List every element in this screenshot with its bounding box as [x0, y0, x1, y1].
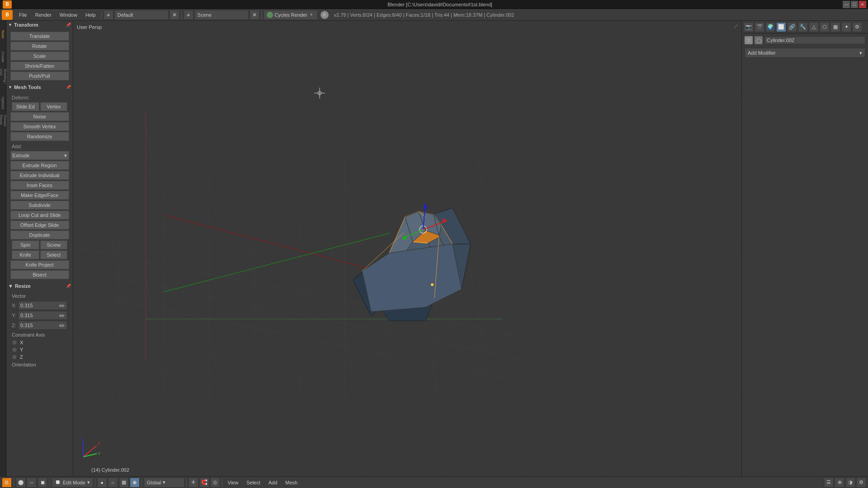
- workspace-close-icon[interactable]: ✕: [170, 10, 179, 20]
- constraint-z-dot[interactable]: [12, 354, 17, 360]
- bottom-add-menu[interactable]: Add: [265, 478, 281, 488]
- make-edge-face-button[interactable]: Make Edge/Face: [10, 191, 69, 200]
- constraint-y-dot[interactable]: [12, 347, 17, 352]
- scene-close-icon[interactable]: ✕: [250, 10, 259, 20]
- shading-uvs-tab[interactable]: Shading / UVs: [0, 69, 6, 91]
- particles-icon[interactable]: ✦: [841, 22, 851, 32]
- workspace-selector[interactable]: Default: [114, 10, 169, 20]
- viewport-3d[interactable]: User Persp: [73, 21, 741, 476]
- select-button[interactable]: Select: [40, 250, 68, 259]
- randomize-button[interactable]: Randomize: [10, 132, 69, 141]
- close-button[interactable]: ✕: [859, 1, 866, 8]
- overlay-icon[interactable]: ☰: [824, 478, 834, 488]
- window-controls[interactable]: — ☐ ✕: [843, 1, 866, 8]
- push-pull-button[interactable]: Push/Pull: [10, 71, 69, 80]
- material-icon[interactable]: ⬡: [820, 22, 830, 32]
- proportional-icon[interactable]: ◎: [210, 478, 220, 488]
- vertex-button[interactable]: Vertex: [40, 102, 68, 111]
- object-name-field[interactable]: [764, 36, 865, 44]
- vertex-mode-icon[interactable]: ⬤: [16, 478, 26, 488]
- z-value-field[interactable]: 0.315 ◀ ▶: [18, 321, 67, 330]
- extrude-dropdown[interactable]: Extrude ▾: [10, 151, 69, 160]
- render-shade-icon[interactable]: ◉: [130, 478, 140, 488]
- tools-tab[interactable]: Tools: [0, 23, 6, 45]
- loop-cut-slide-button[interactable]: Loop Cut and Slide: [10, 211, 69, 220]
- menu-file[interactable]: File: [15, 10, 31, 20]
- slide-ed-button[interactable]: Slide Ed: [12, 102, 39, 111]
- edit-mode-selector[interactable]: 🔲 Edit Mode ▾: [52, 478, 93, 488]
- resize-section-header[interactable]: ▼ Resize 📌: [6, 282, 73, 290]
- modifiers-icon[interactable]: 🔧: [798, 22, 808, 32]
- physics-icon[interactable]: ⚙: [852, 22, 862, 32]
- y-decrement[interactable]: ◀: [58, 313, 61, 318]
- mesh-tools-section-header[interactable]: ▼ Mesh Tools 📌: [6, 83, 73, 91]
- viewport-expand-icon[interactable]: ⤢: [733, 23, 739, 30]
- z-decrement[interactable]: ◀: [58, 323, 61, 328]
- wireframe-shade-icon[interactable]: ○: [108, 478, 118, 488]
- render-properties-icon[interactable]: 📷: [744, 22, 754, 32]
- minimize-button[interactable]: —: [843, 1, 850, 8]
- maximize-button[interactable]: ☐: [851, 1, 858, 8]
- offset-edge-slide-button[interactable]: Offset Edge Slide: [10, 221, 69, 230]
- resize-pin: 📌: [66, 284, 71, 288]
- solid-shade-icon[interactable]: ●: [97, 478, 107, 488]
- scale-button[interactable]: Scale: [10, 52, 69, 61]
- smooth-vertex-button[interactable]: Smooth Vertex: [10, 122, 69, 131]
- bottom-select-menu[interactable]: Select: [243, 478, 264, 488]
- shrink-fatten-button[interactable]: Shrink/Fatten: [10, 61, 69, 70]
- grease-pencil-tab[interactable]: Grease Pencil: [0, 115, 6, 137]
- window-title: Blender [C:\Users\david#Documents#1st.bl…: [14, 2, 865, 7]
- create-tab[interactable]: Create: [0, 46, 6, 68]
- menu-help[interactable]: Help: [82, 10, 99, 20]
- spin-button[interactable]: Spin: [12, 240, 39, 249]
- edge-mode-icon[interactable]: ─: [27, 478, 37, 488]
- add-modifier-arrow: ▾: [859, 50, 862, 56]
- bottom-mesh-menu[interactable]: Mesh: [282, 478, 301, 488]
- viewport-shading-icon[interactable]: ◑: [845, 478, 855, 488]
- extrude-region-button[interactable]: Extrude Region: [10, 161, 69, 170]
- texture-icon[interactable]: ▦: [830, 22, 840, 32]
- gizmo-icon[interactable]: ⊕: [835, 478, 844, 488]
- rotate-button[interactable]: Rotate: [10, 42, 69, 51]
- y-value-field[interactable]: 0.315 ◀ ▶: [18, 311, 67, 320]
- transform-orientation-selector[interactable]: Global ▾: [144, 478, 184, 488]
- bottom-view-menu[interactable]: View: [224, 478, 242, 488]
- world-properties-icon[interactable]: 🌍: [765, 22, 775, 32]
- options-tab[interactable]: Options: [0, 92, 6, 114]
- z-increment[interactable]: ▶: [62, 323, 65, 328]
- constraint-x-dot[interactable]: [12, 340, 17, 345]
- texture-shade-icon[interactable]: ▦: [119, 478, 129, 488]
- blender-bottom-logo[interactable]: B: [2, 478, 12, 488]
- knife-button[interactable]: Knife: [12, 250, 39, 259]
- extrude-individual-button[interactable]: Extrude Individual: [10, 171, 69, 180]
- scene-selector[interactable]: Scene: [194, 10, 249, 20]
- bisect-button[interactable]: Bisect: [10, 270, 69, 279]
- scene-add-icon[interactable]: +: [184, 10, 193, 20]
- face-mode-icon[interactable]: ◼: [38, 478, 47, 488]
- y-increment[interactable]: ▶: [62, 313, 65, 318]
- render-engine-selector[interactable]: Cycles Render ▾: [264, 10, 318, 20]
- x-decrement[interactable]: ◀: [58, 303, 61, 308]
- screw-button[interactable]: Screw: [40, 240, 68, 249]
- data-icon[interactable]: △: [809, 22, 819, 32]
- knife-project-button[interactable]: Knife Project: [10, 260, 69, 269]
- workspace-add-icon[interactable]: +: [104, 10, 113, 20]
- menu-window[interactable]: Window: [56, 10, 81, 20]
- constraints-icon[interactable]: 🔗: [787, 22, 797, 32]
- object-properties-icon[interactable]: ⬜: [776, 22, 786, 32]
- scene-properties-icon[interactable]: 🎬: [755, 22, 764, 32]
- right-panel-content: ▽ ◯ Add Modifier ▾: [742, 33, 868, 476]
- duplicate-button[interactable]: Duplicate: [10, 230, 69, 239]
- menu-render[interactable]: Render: [32, 10, 55, 20]
- translate-button[interactable]: Translate: [10, 32, 69, 41]
- pivot-icon[interactable]: ✛: [189, 478, 198, 488]
- add-modifier-button[interactable]: Add Modifier ▾: [745, 48, 865, 58]
- transform-section-header[interactable]: ▼ Transform 📌: [6, 21, 73, 29]
- noise-button[interactable]: Noise: [10, 112, 69, 121]
- x-value-field[interactable]: 0.315 ◀ ▶: [18, 301, 67, 310]
- inset-faces-button[interactable]: Inset Faces: [10, 181, 69, 190]
- subdivide-button[interactable]: Subdivide: [10, 201, 69, 210]
- snap-icon[interactable]: 🧲: [199, 478, 209, 488]
- settings-icon[interactable]: ⚙: [856, 478, 866, 488]
- x-increment[interactable]: ▶: [62, 303, 65, 308]
